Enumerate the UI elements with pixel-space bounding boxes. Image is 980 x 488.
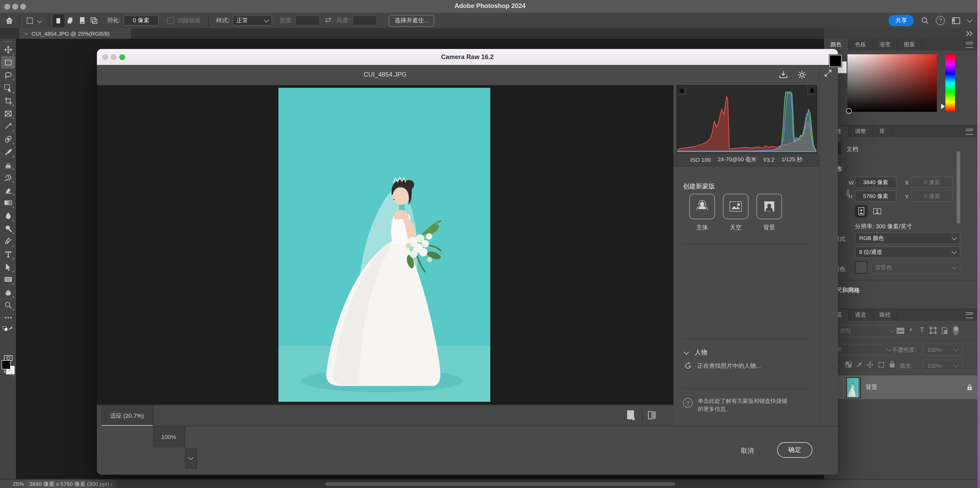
tab-close-icon[interactable]: × (24, 30, 28, 37)
layers-panel-menu-icon[interactable] (966, 312, 973, 318)
cancel-button[interactable]: 取消 (741, 447, 754, 456)
layer-name[interactable]: 背景 (865, 383, 877, 391)
edit-toolbar-icon[interactable] (1, 311, 15, 324)
fill-select[interactable]: 背景色 (871, 262, 960, 273)
status-doc-info[interactable]: 3840 像素 x 5760 像素 (300 ppi) › (25, 480, 116, 488)
eyedropper-tool-icon[interactable] (1, 120, 15, 132)
canvas-y-input[interactable]: 0 像素 (911, 191, 953, 202)
properties-panel-menu-icon[interactable] (966, 129, 973, 134)
depth-select[interactable]: 8 位/通道 (855, 246, 960, 258)
mode-select[interactable]: RGB 颜色 (855, 232, 960, 244)
document-tab[interactable]: × CUI_4854.JPG @ 25%(RGB/8) (19, 28, 131, 39)
lock-transparency-icon[interactable] (845, 361, 852, 368)
color-fg-swatch[interactable] (829, 55, 842, 67)
save-image-icon[interactable] (779, 70, 788, 79)
lasso-tool-icon[interactable] (1, 68, 15, 81)
tab-libraries[interactable]: 库 (873, 126, 892, 137)
color-saturation-field[interactable] (848, 54, 937, 112)
workspace-chevron-icon[interactable] (967, 17, 972, 22)
canvas-height-input[interactable]: 5760 像素 (855, 191, 896, 202)
eraser-tool-icon[interactable] (1, 184, 15, 196)
toolbar-grip[interactable] (4, 41, 12, 42)
canvas-width-input[interactable]: 3840 像素 (855, 177, 896, 188)
shape-tool-icon[interactable] (1, 273, 15, 286)
canvas-horizontal-scrollbar[interactable] (325, 482, 675, 486)
fill-opacity-select[interactable]: 100% (923, 360, 963, 372)
history-brush-tool-icon[interactable] (1, 171, 15, 184)
filter-adjustment-icon[interactable]: ◑ (908, 325, 912, 333)
dialog-fullscreen-button[interactable] (119, 54, 125, 60)
fill-swatch[interactable] (855, 261, 867, 273)
path-select-tool-icon[interactable] (1, 260, 15, 273)
mask-background-button[interactable]: 背景 (756, 194, 782, 232)
help-icon[interactable]: ? (936, 16, 945, 25)
orientation-portrait-button[interactable] (855, 205, 868, 218)
histogram[interactable] (676, 85, 817, 154)
share-button[interactable]: 共享 (888, 15, 914, 26)
width-input[interactable] (296, 16, 320, 25)
filter-smart-object-icon[interactable] (941, 327, 948, 334)
crop-tool-icon[interactable] (1, 94, 15, 107)
selection-add-icon[interactable] (64, 14, 76, 27)
gradient-tool-icon[interactable] (1, 196, 15, 209)
marquee-preset-icon[interactable] (23, 14, 37, 27)
lock-artboard-icon[interactable] (878, 361, 885, 368)
lock-all-icon[interactable] (889, 361, 896, 368)
clone-stamp-tool-icon[interactable] (1, 158, 15, 171)
image-preview-area[interactable] (97, 85, 673, 404)
tab-gradients[interactable]: 渐变 (873, 39, 897, 51)
marquee-tool-icon[interactable] (1, 56, 15, 68)
home-icon[interactable] (2, 14, 16, 27)
selection-subtract-icon[interactable] (76, 14, 88, 27)
canvas-x-input[interactable]: 0 像素 (911, 177, 953, 188)
highlight-clipping-button[interactable] (808, 86, 816, 95)
search-icon[interactable] (921, 16, 929, 24)
dodge-tool-icon[interactable] (1, 222, 15, 235)
tab-swatches[interactable]: 色板 (848, 39, 873, 51)
people-section-header[interactable]: 人物 (684, 348, 708, 357)
hand-tool-icon[interactable] (1, 286, 15, 299)
healing-brush-tool-icon[interactable] (1, 132, 15, 145)
type-tool-icon[interactable] (1, 248, 15, 260)
properties-scrollbar[interactable] (956, 151, 960, 224)
pen-tool-icon[interactable] (1, 235, 15, 248)
object-selection-tool-icon[interactable] (1, 81, 15, 94)
blur-tool-icon[interactable] (1, 209, 15, 222)
ok-button[interactable]: 确定 (777, 442, 812, 458)
selection-new-icon[interactable] (53, 14, 64, 27)
style-select[interactable]: 正常 (232, 16, 272, 25)
status-zoom[interactable]: 25% (13, 480, 24, 487)
layer-lock-icon[interactable] (967, 384, 972, 391)
dialog-minimize-button[interactable] (111, 54, 116, 60)
filter-type-icon[interactable]: T (920, 326, 924, 334)
collapse-panels-icon[interactable] (966, 31, 973, 36)
orientation-landscape-button[interactable] (871, 206, 884, 216)
foreground-color-swatch[interactable] (2, 360, 11, 369)
slice-tool-icon[interactable] (1, 107, 15, 120)
antialias-checkbox[interactable] (167, 17, 174, 24)
before-after-icon[interactable] (647, 411, 658, 420)
color-picker-ring[interactable] (846, 108, 852, 114)
lock-position-icon[interactable] (867, 361, 873, 368)
zoom-fit-tab[interactable]: 适应 (20.7%) (101, 405, 153, 426)
tab-channels[interactable]: 通道 (848, 309, 873, 321)
dialog-close-button[interactable] (102, 54, 108, 60)
layer-thumbnail[interactable] (846, 377, 861, 398)
feather-input[interactable]: 0 像素 (124, 16, 159, 25)
color-panel-menu-icon[interactable] (966, 42, 973, 48)
shadow-clipping-button[interactable] (678, 86, 686, 95)
height-input[interactable] (353, 16, 377, 25)
preferences-gear-icon[interactable] (797, 70, 807, 79)
tab-patterns[interactable]: 图案 (897, 39, 922, 51)
mask-sky-button[interactable]: 天空 (723, 194, 748, 232)
mask-help[interactable]: ? 单击此处了解有关蒙版和键盘快捷键 的更多信息。 (683, 397, 787, 413)
photo[interactable] (278, 88, 490, 402)
select-and-mask-button[interactable]: 选择并遮住... (389, 14, 434, 26)
zoom-tool-icon[interactable] (1, 299, 15, 311)
preview-mode-icon[interactable] (627, 410, 636, 423)
move-tool-icon[interactable] (1, 43, 15, 56)
mask-subject-button[interactable]: 主体 (689, 194, 715, 232)
hue-slider[interactable] (945, 54, 955, 112)
filter-toggle-pill[interactable] (953, 326, 959, 335)
brush-tool-icon[interactable] (1, 145, 15, 158)
